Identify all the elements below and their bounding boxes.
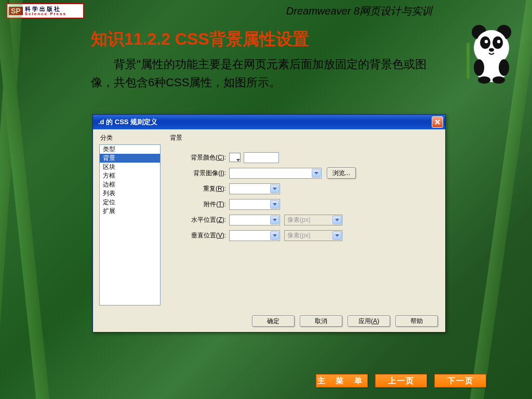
bg-image-combo[interactable]: [229, 168, 322, 179]
chevron-down-icon: [312, 169, 321, 178]
row-repeat: 重复(R):: [169, 181, 439, 196]
category-item[interactable]: 扩展: [100, 207, 160, 216]
row-attach: 附件(T):: [169, 196, 439, 212]
category-item[interactable]: 定位: [100, 198, 160, 207]
svg-point-12: [478, 76, 490, 84]
next-page-button[interactable]: 下一页: [434, 374, 486, 388]
vpos-unit-combo: 像素(px): [284, 230, 342, 241]
dialog-footer: 确定 取消 应用(A) 帮助: [252, 315, 438, 327]
repeat-combo[interactable]: [229, 183, 280, 194]
category-item[interactable]: 列表: [100, 189, 160, 198]
chevron-down-icon: [270, 200, 279, 209]
category-heading: 分类: [100, 134, 162, 142]
label-vpos: 垂直位置(V):: [169, 231, 229, 240]
close-icon: [434, 119, 441, 125]
browse-button[interactable]: 浏览...: [327, 167, 356, 179]
category-item[interactable]: 方框: [100, 171, 160, 180]
logo-en: Science Press: [25, 12, 66, 16]
vpos-combo[interactable]: [229, 230, 280, 241]
dialog-titlebar[interactable]: .d 的 CSS 规则定义: [93, 115, 445, 129]
cancel-button[interactable]: 取消: [300, 315, 342, 327]
apply-button[interactable]: 应用(A): [348, 315, 390, 327]
svg-point-8: [489, 48, 494, 52]
main-menu-button[interactable]: 主 菜 单: [316, 374, 368, 388]
css-rule-dialog: .d 的 CSS 规则定义 分类 类型背景区块方框边框列表定位扩展 背景 背景颜…: [92, 114, 446, 332]
logo-cn: 科学出版社: [25, 6, 66, 12]
chevron-down-icon: [270, 216, 279, 224]
slide-header: SP 科学出版社 Science Press Dreamweaver 8网页设计…: [0, 0, 532, 22]
row-bg-color: 背景颜色(C):: [169, 150, 439, 165]
label-bg-image: 背景图像(I):: [169, 169, 229, 178]
close-button[interactable]: [432, 116, 443, 128]
svg-point-11: [499, 59, 509, 76]
prev-page-button[interactable]: 上一页: [375, 374, 427, 388]
panda-illustration: [460, 11, 523, 84]
help-button[interactable]: 帮助: [395, 315, 438, 327]
svg-point-6: [485, 40, 488, 43]
logo-badge: SP: [9, 7, 23, 15]
label-repeat: 重复(R):: [169, 184, 229, 193]
svg-point-10: [474, 59, 484, 76]
svg-point-7: [497, 40, 500, 43]
category-list[interactable]: 类型背景区块方框边框列表定位扩展: [99, 144, 161, 305]
category-item[interactable]: 背景: [100, 154, 160, 163]
chevron-down-icon: [332, 216, 341, 224]
page-description: 背景"属性的功能主要是在网页元素后面加放固定的背景色或图像，共包含6种CSS属性…: [91, 55, 444, 91]
section-heading: 背景: [170, 134, 439, 142]
slide-nav: 主 菜 单 上一页 下一页: [316, 374, 486, 388]
row-hpos: 水平位置(Z): 像素(px): [169, 212, 439, 228]
hpos-combo[interactable]: [229, 215, 280, 225]
row-vpos: 垂直位置(V): 像素(px): [169, 228, 439, 243]
chevron-down-icon: [270, 184, 279, 193]
publisher-logo: SP 科学出版社 Science Press: [6, 3, 84, 19]
svg-point-13: [493, 76, 505, 84]
chevron-down-icon: [270, 231, 279, 240]
category-item[interactable]: 类型: [100, 145, 160, 154]
hpos-unit-combo: 像素(px): [284, 215, 342, 225]
category-item[interactable]: 边框: [100, 180, 160, 189]
dialog-title: .d 的 CSS 规则定义: [95, 117, 157, 127]
label-hpos: 水平位置(Z):: [169, 216, 229, 224]
bg-color-input[interactable]: [244, 152, 279, 163]
chevron-down-icon: [332, 231, 341, 240]
label-bg-color: 背景颜色(C):: [169, 153, 229, 162]
bg-color-swatch[interactable]: [229, 153, 241, 162]
category-item[interactable]: 区块: [100, 163, 160, 171]
attach-combo[interactable]: [229, 199, 280, 210]
row-bg-image: 背景图像(I): 浏览...: [169, 165, 439, 181]
label-attach: 附件(T):: [169, 200, 229, 209]
ok-button[interactable]: 确定: [252, 315, 295, 327]
svg-rect-14: [467, 43, 470, 79]
